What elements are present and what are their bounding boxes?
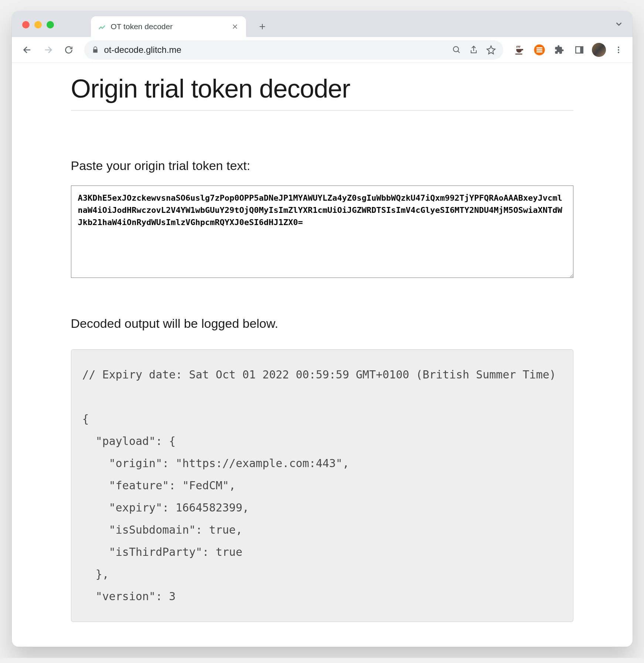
svg-point-4 (618, 47, 619, 48)
token-textarea[interactable] (71, 186, 573, 278)
window-minimize-button[interactable] (34, 21, 42, 28)
star-icon[interactable] (486, 45, 496, 55)
reload-button[interactable] (60, 41, 78, 59)
page-title: Origin trial token decoder (71, 74, 573, 110)
url-input[interactable] (104, 45, 447, 55)
page-content: Origin trial token decoder Paste your or… (12, 63, 633, 647)
back-button[interactable] (18, 41, 36, 59)
window-maximize-button[interactable] (47, 21, 54, 28)
browser-tab[interactable]: OT token decoder (91, 16, 246, 37)
window-close-button[interactable] (22, 21, 30, 28)
omnibox-actions (452, 45, 496, 55)
forward-button[interactable] (39, 41, 57, 59)
browser-window: OT token decoder (12, 11, 633, 647)
window-controls (22, 21, 54, 28)
share-icon[interactable] (469, 45, 478, 54)
chevron-down-icon[interactable] (614, 19, 624, 29)
toolbar-extensions (512, 42, 626, 57)
tab-favicon-icon (98, 22, 106, 31)
extensions-icon[interactable] (552, 42, 567, 57)
decoded-output: // Expiry date: Sat Oct 01 2022 00:59:59… (71, 349, 573, 622)
tab-title: OT token decoder (111, 22, 231, 31)
new-tab-button[interactable] (254, 18, 270, 35)
lock-icon (92, 46, 99, 54)
profile-avatar[interactable] (592, 43, 606, 57)
address-bar[interactable] (84, 40, 503, 59)
close-icon[interactable] (231, 22, 239, 31)
svg-point-5 (618, 49, 619, 51)
search-icon[interactable] (452, 45, 461, 54)
browser-toolbar (12, 37, 633, 63)
svg-rect-3 (580, 47, 583, 53)
tab-strip: OT token decoder (12, 11, 633, 37)
side-panel-icon[interactable] (572, 42, 587, 57)
svg-point-6 (618, 52, 619, 53)
coffee-extension-icon[interactable] (512, 42, 527, 57)
orange-extension-icon[interactable] (532, 42, 547, 57)
output-label: Decoded output will be logged below. (71, 316, 573, 331)
svg-point-0 (453, 47, 459, 52)
menu-icon[interactable] (611, 42, 626, 57)
token-input-label: Paste your origin trial token text: (71, 159, 573, 173)
